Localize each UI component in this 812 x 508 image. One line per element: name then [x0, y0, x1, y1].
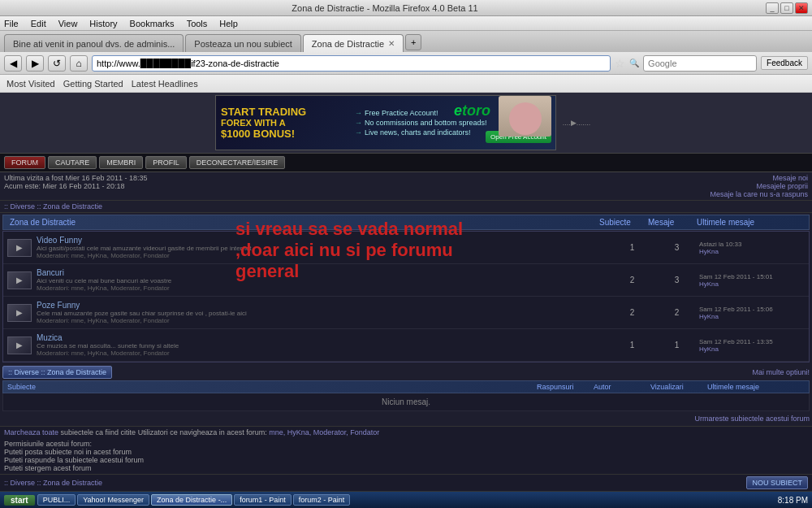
- category-desc: Cele mai amuzante poze gasite sau chiar …: [37, 310, 610, 317]
- nav-cautare[interactable]: CAUTARE: [48, 156, 97, 169]
- search-input[interactable]: [643, 55, 757, 72]
- back-button[interactable]: ◀: [4, 55, 22, 72]
- taskbar-item-0[interactable]: PUBLI...: [37, 494, 76, 506]
- new-subject-bottom-button[interactable]: NOU SUBIECT: [746, 476, 808, 489]
- new-subject-button[interactable]: :: Diverse :: Zona de Distractie: [2, 366, 112, 379]
- last-user-link[interactable]: HyKna: [699, 345, 805, 353]
- category-subjects: 1: [610, 341, 654, 350]
- bookmark-most-visited[interactable]: Most Visited: [6, 79, 55, 89]
- categories-section: Zona de Distractie Subiecte Mesaje Ultim…: [2, 215, 810, 363]
- window-controls[interactable]: _ □ ✕: [766, 2, 808, 14]
- taskbar-item-3[interactable]: forum1 - Paint: [234, 494, 292, 506]
- taskbar-tray: 8:18 PM: [778, 496, 808, 505]
- urmareste-link[interactable]: Urmareste subiectele acestui forum: [694, 415, 810, 423]
- urmareste-area: Urmareste subiectele acestui forum: [2, 411, 810, 424]
- options-link[interactable]: Mai multe optiuni!: [752, 368, 810, 376]
- categories-list: ▶ Video Funny Aici gasiti/postati cele m…: [2, 231, 810, 363]
- users-label: Utilizatori ce navigheaza in acest forum…: [138, 428, 267, 436]
- bottom-info: Marcheaza toate subiectele ca fiind citi…: [0, 426, 812, 438]
- banner-lady-image: [499, 96, 551, 137]
- reload-button[interactable]: ↺: [48, 55, 66, 72]
- taskbar-item-4[interactable]: forum2 - Paint: [293, 494, 351, 506]
- tab-2[interactable]: Zona de Distractie ✕: [303, 34, 404, 52]
- bookmark-latest-headlines[interactable]: Latest Headlines: [132, 79, 198, 89]
- minimize-button[interactable]: _: [766, 2, 779, 14]
- post-list-section: :: Diverse :: Zona de Distractie Mai mul…: [2, 364, 810, 424]
- browser-titlebar: Zona de Distractie - Mozilla Firefox 4.0…: [0, 0, 812, 16]
- banner-ad[interactable]: START TRADING FOREX WITH A $1000 BONUS! …: [215, 95, 556, 150]
- category-title[interactable]: Muzica: [37, 333, 610, 342]
- page-content: START TRADING FOREX WITH A $1000 BONUS! …: [0, 93, 812, 492]
- category-title[interactable]: Video Funny: [37, 236, 610, 245]
- taskbar-item-2[interactable]: Zona de Distractie -...: [151, 494, 232, 506]
- banner-separator: ....▶.......: [556, 119, 597, 127]
- last-user-link[interactable]: HyKna: [699, 313, 805, 320]
- close-button[interactable]: ✕: [795, 2, 808, 14]
- category-last: Astazi la 10:33 HyKna: [699, 241, 805, 255]
- info-right: Mesaje noi Mesajele proprii Mesaje la ca…: [710, 174, 808, 198]
- category-last: Sam 12 Feb 2011 - 15:01 HyKna: [699, 273, 805, 288]
- category-info: Poze Funny Cele mai amuzante poze gasite…: [37, 301, 610, 324]
- browser-title: Zona de Distractie - Mozilla Firefox 4.0…: [4, 3, 766, 13]
- category-muzica: ▶ Muzica Ce muzica se mai asculta... sun…: [3, 329, 809, 362]
- category-messages: 3: [654, 276, 699, 284]
- nav-profil[interactable]: PROFIL: [145, 156, 187, 169]
- menu-history[interactable]: History: [89, 19, 117, 28]
- menu-edit[interactable]: Edit: [31, 19, 46, 28]
- banner-forex: FOREX WITH A: [221, 118, 351, 128]
- bookmark-star-icon[interactable]: ☆: [615, 57, 625, 70]
- home-button[interactable]: ⌂: [70, 55, 88, 72]
- nav-membri[interactable]: MEMBRI: [99, 156, 143, 169]
- tab-1-label: Posteaza un nou subiect: [194, 39, 292, 49]
- category-subjects: 1: [610, 243, 654, 252]
- nav-forum[interactable]: FORUM: [4, 156, 45, 169]
- category-icon: ▶: [7, 336, 32, 354]
- forward-button[interactable]: ▶: [26, 55, 44, 72]
- menu-tools[interactable]: Tools: [187, 19, 208, 28]
- category-mods: Moderatori: mne, HyKna, Moderator, Fonda…: [37, 284, 610, 292]
- new-tab-button[interactable]: +: [405, 34, 421, 50]
- info-no-reply[interactable]: Mesaje la care nu s-a raspuns: [710, 190, 808, 198]
- category-title[interactable]: Poze Funny: [37, 301, 610, 310]
- nav-deconectare[interactable]: DECONECTARE/IESIRE: [189, 156, 285, 169]
- tab-0[interactable]: Bine ati venit in panoul dvs. de adminis…: [4, 34, 184, 52]
- category-title[interactable]: Bancuri: [37, 268, 610, 277]
- last-user-link[interactable]: HyKna: [699, 280, 805, 288]
- mark-all-link[interactable]: Marcheaza toate: [4, 428, 58, 436]
- category-subjects: 2: [610, 276, 654, 284]
- menu-help[interactable]: Help: [219, 19, 238, 28]
- category-desc: Aici gasiti/postati cele mai amuzante vi…: [37, 245, 610, 252]
- menu-bookmarks[interactable]: Bookmarks: [130, 19, 175, 28]
- info-new-messages[interactable]: Mesaje noi: [710, 174, 808, 182]
- menu-view[interactable]: View: [58, 19, 78, 28]
- banner-text: START TRADING FOREX WITH A $1000 BONUS!: [221, 106, 351, 141]
- users-list: mne, HyKna, Moderator, Fondator: [269, 428, 379, 436]
- last-user-link[interactable]: HyKna: [699, 248, 805, 255]
- post-list-controls: :: Diverse :: Zona de Distractie Mai mul…: [2, 364, 810, 380]
- taskbar-item-1[interactable]: Yahoo! Messenger: [77, 494, 149, 506]
- info-own-messages[interactable]: Mesajele proprii: [710, 182, 808, 190]
- forum-nav: FORUM CAUTARE MEMBRI PROFIL DECONECTARE/…: [0, 154, 812, 172]
- url-input[interactable]: [92, 55, 611, 72]
- category-info: Muzica Ce muzica se mai asculta... sunet…: [37, 333, 610, 357]
- feedback-button[interactable]: Feedback: [761, 56, 808, 70]
- info-left: Ultima vizita a fost Mier 16 Feb 2011 - …: [4, 174, 148, 198]
- address-bar: ◀ ▶ ↺ ⌂ ☆ 🔍 Feedback: [0, 52, 812, 75]
- info-bar: Ultima vizita a fost Mier 16 Feb 2011 - …: [0, 172, 812, 201]
- breadcrumb-path[interactable]: :: Diverse :: Zona de Distractie: [4, 202, 102, 211]
- tab-1[interactable]: Posteaza un nou subiect: [185, 34, 300, 52]
- category-mods: Moderatori: mne, HyKna, Moderator, Fonda…: [37, 317, 610, 324]
- category-poze-funny: ▶ Poze Funny Cele mai amuzante poze gasi…: [3, 297, 809, 329]
- bookmark-getting-started[interactable]: Getting Started: [63, 79, 123, 89]
- category-messages: 1: [654, 341, 699, 350]
- post-list-left: :: Diverse :: Zona de Distractie: [2, 366, 112, 379]
- start-button[interactable]: start: [4, 495, 35, 506]
- now-text: Acum este: Mier 16 Feb 2011 - 20:18: [4, 182, 125, 190]
- bottom-breadcrumb-area: :: Diverse :: Zona de Distractie NOU SUB…: [0, 474, 812, 491]
- menu-file[interactable]: File: [4, 19, 19, 28]
- bottom-breadcrumb[interactable]: :: Diverse :: Zona de Distractie: [4, 479, 102, 487]
- category-icon: ▶: [7, 271, 32, 289]
- maximize-button[interactable]: □: [780, 2, 793, 14]
- tab-close-icon[interactable]: ✕: [388, 39, 395, 48]
- banner-start-trading: START TRADING: [221, 106, 351, 119]
